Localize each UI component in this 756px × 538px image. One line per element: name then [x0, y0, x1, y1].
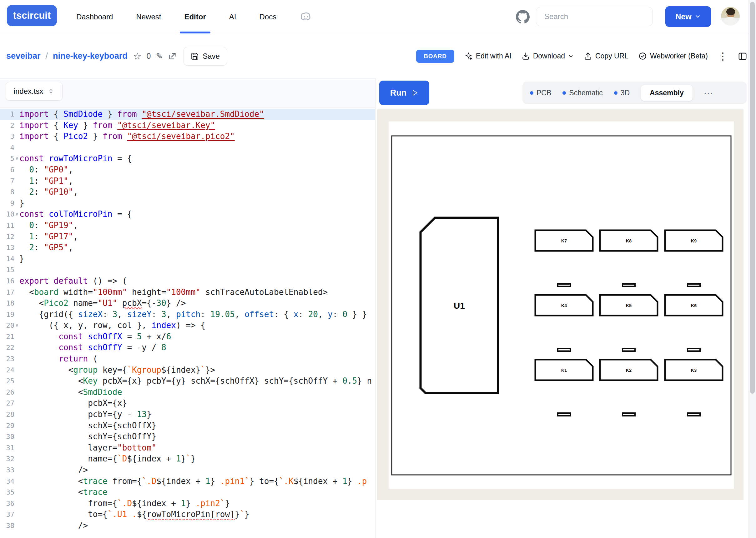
view-tab-schematic[interactable]: Schematic [562, 89, 603, 97]
run-button[interactable]: Run [379, 81, 429, 105]
fold-arrow-icon[interactable]: ∨ [14, 153, 19, 164]
line-number: 18 [0, 298, 14, 309]
tscircuit-logo[interactable]: tscircuit [7, 5, 57, 26]
discord-icon[interactable] [300, 10, 313, 24]
code-line: 10∨const colToMicroPin = { [0, 209, 375, 220]
nav-item-docs[interactable]: Docs [259, 0, 276, 33]
nav-item-dashboard[interactable]: Dashboard [76, 0, 113, 33]
code-line: 31 layer="bottom" [0, 442, 375, 454]
fold-gutter [14, 131, 19, 142]
breadcrumb: seveibar / nine-key-keyboard ☆ 0 ✎ Save [6, 34, 227, 78]
code-text: return ( [19, 353, 375, 365]
breadcrumb-owner[interactable]: seveibar [6, 51, 41, 61]
circle-check-icon [638, 52, 647, 60]
code-line: 3import { Pico2 } from "@tsci/seveibar.p… [0, 131, 375, 142]
edit-with-ai-button[interactable]: Edit with AI [464, 52, 511, 60]
line-number: 11 [0, 220, 14, 231]
fold-gutter [14, 287, 19, 298]
share-icon[interactable] [168, 52, 177, 61]
avatar[interactable] [721, 7, 740, 26]
line-number: 17 [0, 287, 14, 298]
copy-url-button[interactable]: Copy URL [584, 52, 628, 60]
code-line: 32 name={`D${index + 1}`} [0, 453, 375, 464]
code-line: 16export default () => ( [0, 276, 375, 287]
diode [622, 283, 636, 287]
view-tabs-more-icon[interactable]: ⋯ [704, 87, 713, 98]
breadcrumb-project[interactable]: nine-key-keyboard [53, 51, 128, 61]
code-line: 6 0: "GP0", [0, 164, 375, 176]
code-text: <Key pcbX={x} pcbY={y} schX={schOffX} sc… [19, 376, 375, 387]
file-tab-index-tsx[interactable]: index.tsx [6, 82, 63, 101]
fold-gutter [14, 520, 19, 531]
breadcrumb-separator: / [46, 51, 48, 61]
line-number: 29 [0, 420, 14, 431]
fold-gutter [14, 498, 19, 509]
fold-gutter [14, 509, 19, 520]
fold-arrow-icon[interactable]: ∨ [14, 209, 19, 220]
star-icon[interactable]: ☆ [133, 51, 142, 62]
project-header: seveibar / nine-key-keyboard ☆ 0 ✎ Save … [0, 34, 756, 78]
code-line: 5∨const rowToMicroPin = { [0, 153, 375, 164]
view-tab-pcb[interactable]: PCB [530, 89, 551, 97]
board-badge[interactable]: BOARD [416, 50, 454, 63]
edit-pencil-icon[interactable]: ✎ [156, 51, 163, 61]
diode [622, 412, 636, 416]
nav-item-editor[interactable]: Editor [184, 0, 206, 33]
view-tab-label: 3D [621, 89, 630, 97]
nav-item-ai[interactable]: AI [229, 0, 236, 33]
code-text: schY={schOffY} [19, 431, 375, 442]
view-tab-label: Schematic [569, 89, 603, 97]
code-text: <trace [19, 487, 375, 498]
line-number: 9 [0, 198, 14, 209]
key-label: K9 [691, 239, 697, 243]
nav-item-newest[interactable]: Newest [136, 0, 161, 33]
search-input[interactable] [536, 7, 653, 26]
fold-gutter [14, 420, 19, 431]
fold-gutter [14, 487, 19, 498]
view-tab-3d[interactable]: 3D [614, 89, 630, 97]
line-number: 5 [0, 153, 14, 164]
key-label: K7 [561, 239, 567, 243]
diode [687, 348, 701, 352]
code-line: 29 schX={schOffX} [0, 420, 375, 431]
scrollbar-thumb[interactable] [750, 2, 755, 394]
code-editor[interactable]: 1import { SmdDiode } from "@tsci/seveiba… [0, 108, 375, 538]
fold-gutter [14, 242, 19, 253]
new-button[interactable]: New [665, 6, 711, 27]
view-tab-assembly[interactable]: Assembly [641, 85, 693, 101]
upload-icon [584, 52, 592, 60]
fold-arrow-icon[interactable]: ∨ [14, 320, 19, 331]
save-button[interactable]: Save [184, 47, 227, 66]
line-number: 30 [0, 431, 14, 442]
code-line: 37 to={`.U1 .${rowToMicroPin[row]}`} [0, 509, 375, 520]
github-icon[interactable] [516, 10, 530, 24]
fold-gutter [14, 142, 19, 153]
line-number: 3 [0, 131, 14, 142]
run-button-label: Run [390, 88, 406, 98]
fold-gutter [14, 176, 19, 187]
more-menu-icon[interactable]: ⋮ [718, 51, 728, 61]
code-text: export default () => ( [19, 276, 375, 287]
line-number: 25 [0, 376, 14, 387]
fold-gutter [14, 376, 19, 387]
copy-url-label: Copy URL [595, 52, 628, 60]
code-line: 20∨ ({ x, y, row, col }, index) => { [0, 320, 375, 331]
code-line: 25 <Key pcbX={x} pcbY={y} schX={schOffX}… [0, 376, 375, 387]
diode-stripe [688, 414, 699, 415]
key-label: K5 [626, 303, 632, 308]
save-button-label: Save [203, 52, 220, 61]
line-number: 16 [0, 276, 14, 287]
fold-gutter [14, 198, 19, 209]
line-number: 7 [0, 176, 14, 187]
code-line: 2import { Key } from "@tsci/seveibar.Key… [0, 120, 375, 131]
download-button[interactable]: Download [521, 52, 574, 60]
fold-gutter [14, 164, 19, 176]
line-number: 13 [0, 242, 14, 253]
diode [557, 348, 571, 352]
line-number: 32 [0, 453, 14, 464]
code-text: /> [19, 464, 375, 476]
code-text: <trace from={`.D${index + 1} .pin1`} to=… [19, 476, 375, 487]
play-icon [411, 89, 418, 96]
panel-toggle-icon[interactable] [738, 52, 747, 61]
webworker-toggle[interactable]: Webworker (Beta) [638, 52, 708, 60]
